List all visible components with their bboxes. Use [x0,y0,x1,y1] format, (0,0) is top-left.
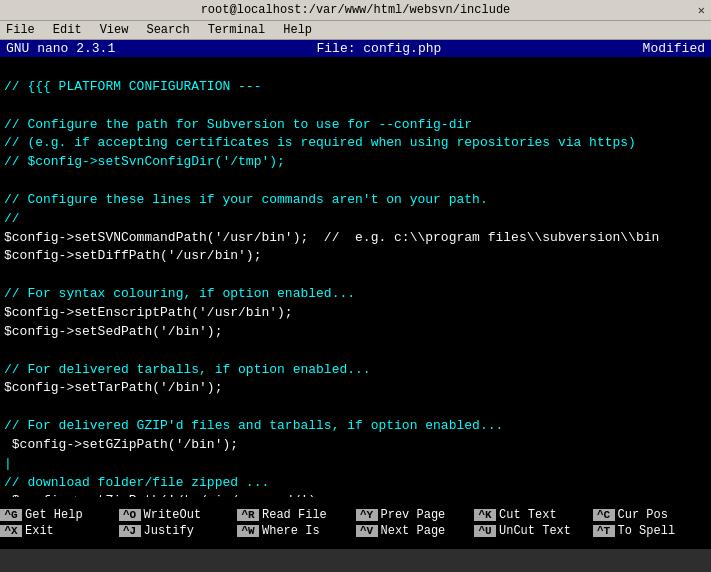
editor-line: // For syntax colouring, if option enabl… [4,285,707,304]
shortcut-label: UnCut Text [499,524,571,538]
shortcut-item[interactable]: ^UUnCut Text [474,524,593,538]
shortcut-key: ^U [474,525,496,537]
shortcut-label: Get Help [25,508,83,522]
editor-line [4,172,707,191]
shortcut-key: ^Y [356,509,378,521]
shortcut-item[interactable]: ^CCur Pos [593,508,712,522]
shortcut-item[interactable]: ^TTo Spell [593,524,712,538]
shortcut-key: ^T [593,525,615,537]
shortcut-key: ^G [0,509,22,521]
shortcut-key: ^R [237,509,259,521]
menu-item-terminal[interactable]: Terminal [206,23,268,37]
shortcut-row: ^XExit^JJustify^WWhere Is^VNext Page^UUn… [0,523,711,539]
menu-bar: FileEditViewSearchTerminalHelp [0,21,711,40]
editor-line: // {{{ PLATFORM CONFIGURATION --- [4,78,707,97]
shortcut-item[interactable]: ^JJustify [119,524,238,538]
shortcut-label: Read File [262,508,327,522]
editor-line [4,266,707,285]
shortcut-label: Next Page [381,524,446,538]
shortcut-item[interactable]: ^RRead File [237,508,356,522]
editor-area[interactable]: // {{{ PLATFORM CONFIGURATION --- // Con… [0,57,711,497]
menu-item-view[interactable]: View [98,23,131,37]
shortcut-label: Cur Pos [618,508,668,522]
editor-line: // [4,210,707,229]
editor-line: $config->setGZipPath('/bin'); [4,436,707,455]
editor-line [4,342,707,361]
menu-item-search[interactable]: Search [144,23,191,37]
editor-line: $config->setSVNCommandPath('/usr/bin'); … [4,229,707,248]
shortcut-row: ^GGet Help^OWriteOut^RRead File^YPrev Pa… [0,507,711,523]
file-name: File: config.php [316,41,441,56]
shortcut-label: Justify [144,524,194,538]
shortcut-item[interactable]: ^YPrev Page [356,508,475,522]
editor-line: | [4,455,707,474]
nano-status-bar: GNU nano 2.3.1 File: config.php Modified [0,40,711,57]
shortcut-item[interactable]: ^WWhere Is [237,524,356,538]
editor-line: $config->setSedPath('/bin'); [4,323,707,342]
menu-item-edit[interactable]: Edit [51,23,84,37]
shortcut-label: Cut Text [499,508,557,522]
shortcut-item[interactable]: ^XExit [0,524,119,538]
menu-item-file[interactable]: File [4,23,37,37]
editor-line [4,398,707,417]
editor-line [4,59,707,78]
modified-status: Modified [643,41,705,56]
shortcut-item[interactable]: ^GGet Help [0,508,119,522]
shortcut-label: Prev Page [381,508,446,522]
editor-line: $config->setTarPath('/bin'); [4,379,707,398]
shortcut-item[interactable]: ^KCut Text [474,508,593,522]
shortcut-key: ^J [119,525,141,537]
shortcut-label: To Spell [618,524,676,538]
editor-line [4,97,707,116]
nano-version: GNU nano 2.3.1 [6,41,115,56]
title-bar: root@localhost:/var/www/html/websvn/incl… [0,0,711,21]
shortcut-label: WriteOut [144,508,202,522]
shortcut-key: ^K [474,509,496,521]
window-title: root@localhost:/var/www/html/websvn/incl… [201,3,511,17]
shortcut-label: Exit [25,524,54,538]
shortcut-label: Where Is [262,524,320,538]
editor-line: // For delivered tarballs, if option ena… [4,361,707,380]
shortcut-key: ^V [356,525,378,537]
shortcut-item[interactable]: ^OWriteOut [119,508,238,522]
shortcut-key: ^C [593,509,615,521]
editor-line: // For delivered GZIP'd files and tarbal… [4,417,707,436]
editor-line: // download folder/file zipped ... [4,474,707,493]
shortcut-key: ^O [119,509,141,521]
shortcut-item[interactable]: ^VNext Page [356,524,475,538]
editor-line: // Configure these lines if your command… [4,191,707,210]
editor-line: // (e.g. if accepting certificates is re… [4,134,707,153]
editor-line: // Configure the path for Subversion to … [4,116,707,135]
shortcut-bar: ^GGet Help^OWriteOut^RRead File^YPrev Pa… [0,497,711,549]
editor-line: $config->setDiffPath('/usr/bin'); [4,247,707,266]
close-button[interactable]: ✕ [698,3,705,18]
menu-item-help[interactable]: Help [281,23,314,37]
shortcut-key: ^W [237,525,259,537]
editor-line: // $config->setSvnConfigDir('/tmp'); [4,153,707,172]
shortcut-key: ^X [0,525,22,537]
editor-line: $config->setEnscriptPath('/usr/bin'); [4,304,707,323]
